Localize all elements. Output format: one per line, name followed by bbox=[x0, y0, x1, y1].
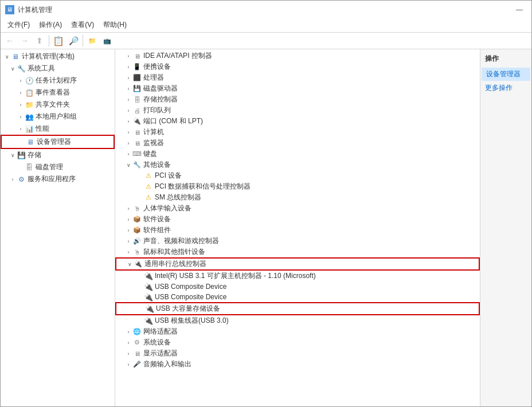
device-usb-root[interactable]: ∨ 🔌 通用串行总线控制器 bbox=[115, 257, 480, 271]
ports-icon: 🔌 bbox=[132, 117, 142, 126]
tree-services[interactable]: › ⚙ 服务和应用程序 bbox=[1, 173, 115, 185]
tree-disk-mgmt[interactable]: 🗄 磁盘管理 bbox=[1, 161, 115, 173]
device-monitor[interactable]: › 🖥 监视器 bbox=[115, 138, 480, 148]
audio-io-arrow: › bbox=[124, 362, 132, 367]
event-arrow: › bbox=[17, 90, 25, 96]
device-network[interactable]: › 🌐 网络适配器 bbox=[115, 326, 480, 337]
disk-label: 磁盘管理 bbox=[36, 162, 112, 172]
audio-arrow: › bbox=[124, 238, 132, 244]
ide-label: IDE ATA/ATAPI 控制器 bbox=[143, 51, 212, 61]
device-storage-ctrl[interactable]: › 🗄 存储控制器 bbox=[115, 94, 480, 105]
show-hide-button[interactable]: 📋 bbox=[52, 34, 65, 47]
pci-icon: ⚠ bbox=[144, 171, 153, 181]
display-arrow: › bbox=[124, 351, 132, 357]
sw-label: 软件设备 bbox=[143, 214, 171, 224]
event-icon: 📋 bbox=[25, 88, 34, 97]
mouse-label: 鼠标和其他指针设备 bbox=[143, 247, 205, 257]
back-button[interactable]: ← bbox=[3, 34, 17, 47]
properties-button[interactable]: 📁 bbox=[85, 34, 99, 47]
services-arrow: › bbox=[9, 177, 17, 182]
toolbar: ← → ⬆ 📋 🔎 📁 📺 bbox=[1, 33, 531, 49]
device-display[interactable]: › 🖥 显示适配器 bbox=[115, 348, 480, 359]
action-more[interactable]: 更多操作 bbox=[480, 81, 531, 95]
monitor-icon: 🖥 bbox=[132, 139, 142, 148]
device-portable[interactable]: › 📱 便携设备 bbox=[115, 61, 480, 72]
menu-help[interactable]: 帮助(H) bbox=[99, 19, 131, 31]
main-window: 🖥 计算机管理 — 文件(F) 操作(A) 查看(V) 帮助(H) ← → ⬆ … bbox=[0, 0, 532, 407]
usb-comp2-label: USB Composite Device bbox=[155, 293, 226, 301]
audio-io-icon: 🎤 bbox=[132, 360, 142, 369]
root-arrow: ∨ bbox=[3, 54, 11, 60]
menu-view[interactable]: 查看(V) bbox=[66, 19, 99, 31]
device-usb-composite-1[interactable]: 🔌 USB Composite Device bbox=[115, 281, 480, 292]
tree-storage[interactable]: ∨ 💾 存储 bbox=[1, 149, 115, 161]
storage-label: 存储 bbox=[28, 150, 112, 160]
device-hid[interactable]: › 🖱 人体学输入设备 bbox=[115, 203, 480, 214]
device-cpu[interactable]: › ⬛ 处理器 bbox=[115, 72, 480, 83]
tree-performance[interactable]: › 📊 性能 bbox=[1, 123, 115, 135]
menu-action[interactable]: 操作(A) bbox=[34, 19, 66, 31]
menu-file[interactable]: 文件(F) bbox=[3, 19, 34, 31]
forward-button[interactable]: → bbox=[18, 34, 32, 47]
device-disk[interactable]: › 💾 磁盘驱动器 bbox=[115, 83, 480, 94]
sw-arrow: › bbox=[124, 217, 132, 222]
device-keyboard[interactable]: › ⌨ 键盘 bbox=[115, 148, 480, 159]
device-print[interactable]: › 🖨 打印队列 bbox=[115, 105, 480, 116]
perf-label: 性能 bbox=[36, 124, 112, 134]
sw-comp-arrow: › bbox=[124, 228, 132, 233]
tree-local-users[interactable]: › 👥 本地用户和组 bbox=[1, 111, 115, 123]
device-sw[interactable]: › 📦 软件设备 bbox=[115, 214, 480, 225]
device-ide[interactable]: › 🖥 IDE ATA/ATAPI 控制器 bbox=[115, 50, 480, 61]
device-sw-comp[interactable]: › 📦 软件组件 bbox=[115, 225, 480, 236]
devmgr-icon: 🖥 bbox=[26, 138, 35, 147]
toolbar-separator-2 bbox=[83, 35, 83, 46]
tree-shared-folders[interactable]: › 📁 共享文件夹 bbox=[1, 99, 115, 111]
menu-bar: 文件(F) 操作(A) 查看(V) 帮助(H) bbox=[1, 18, 531, 33]
event-label: 事件查看器 bbox=[36, 88, 112, 97]
print-label: 打印队列 bbox=[143, 105, 171, 115]
device-usb-mass-storage[interactable]: 🔌 USB 大容量存储设备 bbox=[115, 302, 480, 315]
minimize-button[interactable]: — bbox=[512, 4, 527, 15]
device-ports[interactable]: › 🔌 端口 (COM 和 LPT) bbox=[115, 116, 480, 127]
device-sm-bus[interactable]: ⚠ SM 总线控制器 bbox=[115, 192, 480, 203]
hid-arrow: › bbox=[124, 206, 132, 212]
users-icon: 👥 bbox=[25, 112, 34, 122]
device-audio[interactable]: › 🔊 声音、视频和游戏控制器 bbox=[115, 236, 480, 246]
portable-icon: 📱 bbox=[132, 62, 142, 72]
tree-task-scheduler[interactable]: › 🕐 任务计划程序 bbox=[1, 75, 115, 87]
usb-root-arrow: ∨ bbox=[126, 261, 134, 267]
mouse-icon: 🖱 bbox=[132, 248, 142, 257]
right-panel-title: 操作 bbox=[480, 52, 531, 67]
tree-system-tools[interactable]: ∨ 🔧 系统工具 bbox=[1, 62, 115, 75]
network-label: 网络适配器 bbox=[143, 327, 178, 336]
tree-root[interactable]: ∨ 🖥 计算机管理(本地) bbox=[1, 50, 115, 62]
device-pci-data[interactable]: ⚠ PCI 数据捕获和信号处理控制器 bbox=[115, 181, 480, 192]
task-icon: 🕐 bbox=[25, 76, 34, 85]
tree-device-manager[interactable]: 🖥 设备管理器 bbox=[1, 135, 115, 149]
search-button[interactable]: 🔎 bbox=[66, 34, 80, 47]
task-label: 任务计划程序 bbox=[36, 76, 112, 85]
display-label: 显示适配器 bbox=[143, 349, 178, 358]
keyboard-arrow: › bbox=[124, 151, 132, 157]
sw-comp-icon: 📦 bbox=[132, 226, 142, 235]
device-computer[interactable]: › 🖥 计算机 bbox=[115, 127, 480, 138]
device-mouse[interactable]: › 🖱 鼠标和其他指针设备 bbox=[115, 246, 480, 257]
mass-storage-label: USB 大容量存储设备 bbox=[156, 304, 220, 314]
usb-hub-icon: 🔌 bbox=[144, 316, 153, 326]
tree-event-viewer[interactable]: › 📋 事件查看器 bbox=[1, 87, 115, 99]
device-audio-io[interactable]: › 🎤 音频输入和输出 bbox=[115, 359, 480, 370]
device-system[interactable]: › ⚙ 系统设备 bbox=[115, 337, 480, 348]
services-label: 服务和应用程序 bbox=[28, 174, 112, 184]
system-tools-arrow: ∨ bbox=[9, 66, 17, 72]
device-other[interactable]: ∨ 🔧 其他设备 bbox=[115, 159, 480, 170]
device-pci[interactable]: ⚠ PCI 设备 bbox=[115, 170, 480, 181]
device-usb-hub[interactable]: 🔌 USB 根集线器(USB 3.0) bbox=[115, 315, 480, 326]
window-title: 计算机管理 bbox=[18, 5, 52, 15]
other-label: 其他设备 bbox=[143, 160, 171, 170]
device-usb-composite-2[interactable]: 🔌 USB Composite Device bbox=[115, 292, 480, 302]
action-device-manager[interactable]: 设备管理器 bbox=[482, 68, 530, 81]
device-intel-usb[interactable]: 🔌 Intel(R) USB 3.1 可扩展主机控制器 - 1.10 (Micr… bbox=[115, 271, 480, 281]
help-button[interactable]: 📺 bbox=[100, 34, 114, 47]
up-button[interactable]: ⬆ bbox=[33, 34, 46, 47]
ports-arrow: › bbox=[124, 119, 132, 124]
